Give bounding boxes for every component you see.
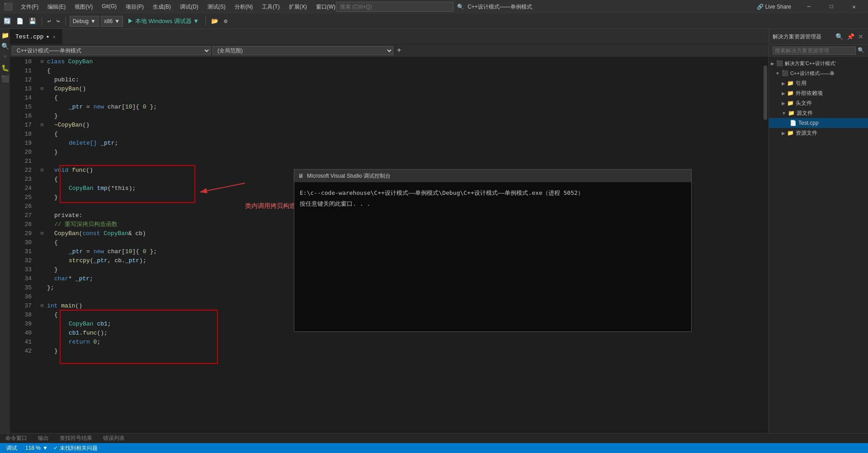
explorer-icon[interactable]: 📁 [0, 31, 9, 40]
console-window: 🖥 Microsoft Visual Studio 调试控制台 E:\c--co… [294, 169, 692, 332]
title-center: 🔍 C++设计模式——单例模式 [336, 2, 532, 12]
menu-analyze[interactable]: 分析(N) [230, 1, 258, 13]
code-line-16: } [41, 112, 762, 121]
new-file-button[interactable]: 📄 [14, 17, 25, 26]
code-line-15: _ptr = new char[10]{ 0 }; [41, 103, 762, 112]
nav-bar: C++设计模式——单例模式 (全局范围) + [10, 45, 769, 57]
scope-dropdown[interactable]: C++设计模式——单例模式 [12, 46, 211, 55]
menu-debug[interactable]: 调试(D) [175, 1, 203, 13]
tree-solution-root[interactable]: ▶ ⬛ 解决方案'C++设计模式' [769, 58, 868, 68]
expand-icon: ▶ [782, 81, 785, 86]
minimize-button[interactable]: ─ [798, 0, 819, 14]
tab-close-icon[interactable]: ✕ [52, 33, 57, 40]
expand-icon: ▶ [771, 61, 774, 66]
code-line-21 [41, 157, 762, 166]
check-icon: ✔ [53, 445, 58, 451]
debug-status[interactable]: 调试 [4, 444, 20, 452]
menu-test[interactable]: 测试(S) [203, 1, 230, 13]
console-line-1: E:\c--code-warehouse\C++设计模式——单例模式\Debug… [300, 188, 686, 198]
menu-extensions[interactable]: 扩展(X) [284, 1, 311, 13]
project-icon: ⬛ [782, 70, 788, 76]
fold-37[interactable]: ⊟ [41, 302, 47, 311]
code-line-13: ⊟ CopyBan() [41, 85, 762, 94]
git-icon[interactable]: ⑂ [0, 52, 9, 61]
extensions-icon[interactable]: ⬛ [0, 74, 9, 83]
save-all-button[interactable]: 💾 [27, 17, 38, 26]
tree-external-deps[interactable]: ▶ 📁 外部依赖项 [769, 88, 868, 98]
solution-search-icon: 🔍 [858, 47, 864, 54]
se-search-icon[interactable]: 🔍 [835, 32, 844, 41]
se-close-icon[interactable]: ✕ [857, 32, 864, 41]
cpp-file-icon: 📄 [790, 120, 797, 126]
references-label: 引用 [796, 80, 807, 87]
menu-bar: 文件(F) 编辑(E) 视图(V) Git(G) 项目(P) 生成(B) 调试(… [16, 1, 368, 13]
folder-icon: 📁 [787, 80, 794, 86]
nav-add-button[interactable]: + [395, 47, 403, 55]
open-folder-button[interactable]: 📂 [209, 17, 220, 26]
context-dropdown[interactable]: (全局范围) [212, 46, 393, 55]
fold-22[interactable]: ⊟ [41, 166, 47, 175]
menu-tools[interactable]: 工具(T) [257, 1, 284, 13]
fold-10[interactable]: ⊟ [41, 57, 47, 66]
redo-button[interactable]: ↪ [55, 17, 62, 26]
fold-29[interactable]: ⊟ [41, 229, 47, 238]
tab-test-cpp[interactable]: Test.cpp ● ✕ [10, 29, 62, 44]
arch-dropdown[interactable]: x86 ▼ [101, 16, 123, 27]
folder-icon: 📁 [787, 100, 794, 106]
tree-references[interactable]: ▶ 📁 引用 [769, 78, 868, 88]
solution-folder-icon: ⬛ [776, 60, 783, 66]
separator-2 [66, 17, 66, 26]
run-button[interactable]: ▶ 本地 Windows 调试器 ▼ [125, 16, 202, 26]
tree-project[interactable]: ▼ ⬛ C++设计模式——单 [769, 68, 868, 78]
tab-modified-dot: ● [46, 34, 49, 39]
menu-edit[interactable]: 编辑(E) [43, 1, 70, 13]
tab-error-list[interactable]: 错误列表 [101, 434, 127, 442]
bottom-tabs: 命令窗口 输出 查找符号结果 错误列表 [0, 433, 868, 443]
menu-build[interactable]: 生成(B) [148, 1, 175, 13]
fold-17[interactable]: ⊟ [41, 121, 47, 130]
maximize-button[interactable]: □ [821, 0, 842, 14]
expand-icon: ▶ [782, 91, 785, 96]
tab-output[interactable]: 输出 [36, 434, 51, 442]
undo-button[interactable]: ↩ [46, 17, 53, 26]
project-label: C++设计模式——单 [790, 70, 835, 77]
properties-button[interactable]: ⚙ [222, 17, 229, 26]
se-pin-icon[interactable]: 📌 [846, 32, 855, 41]
code-line-12: public: [41, 76, 762, 85]
vertical-scrollbar[interactable] [762, 57, 769, 433]
debug-activity-icon[interactable]: 🐛 [0, 63, 9, 72]
window-title: C++设计模式——单例模式 [467, 3, 532, 11]
vs-logo: ⬛ [4, 2, 13, 11]
tab-command-window[interactable]: 命令窗口 [4, 434, 29, 442]
tree-resource-files[interactable]: ▶ 📁 资源文件 [769, 128, 868, 138]
tree-source-files[interactable]: ▼ 📁 源文件 [769, 108, 868, 118]
close-button[interactable]: ✕ [844, 0, 864, 14]
menu-view[interactable]: 视图(V) [70, 1, 97, 13]
debug-config-dropdown[interactable]: Debug ▼ [70, 16, 99, 27]
solution-search-input[interactable] [773, 47, 856, 55]
expand-icon: ▶ [782, 131, 785, 136]
global-search-input[interactable] [336, 2, 453, 12]
code-line-18: { [41, 130, 762, 139]
console-title-bar: 🖥 Microsoft Visual Studio 调试控制台 [294, 170, 691, 182]
menu-git[interactable]: Git(G) [97, 1, 121, 13]
menu-file[interactable]: 文件(F) [16, 1, 43, 13]
fold-13[interactable]: ⊟ [41, 85, 47, 94]
scrollbar-thumb[interactable] [764, 66, 767, 120]
solution-explorer-panel: 解决方案资源管理器 🔍 📌 ✕ 🔍 ▶ ⬛ 解决方案'C++设计模式' ▼ ⬛ … [769, 29, 868, 433]
live-share-button[interactable]: 🔗 Live Share [757, 4, 791, 10]
tab-bar: Test.cpp ● ✕ [10, 29, 769, 45]
zoom-status[interactable]: 118 % ▼ [25, 445, 48, 451]
console-title: Microsoft Visual Studio 调试控制台 [307, 172, 391, 180]
tree-test-cpp[interactable]: 📄 Test.cpp [769, 118, 868, 128]
tab-find-symbol[interactable]: 查找符号结果 [58, 434, 94, 442]
search-activity-icon[interactable]: 🔍 [0, 42, 9, 51]
menu-project[interactable]: 项目(P) [121, 1, 148, 13]
problems-status[interactable]: ✔ 未找到相关问题 [53, 444, 98, 452]
folder-icon: 📁 [788, 110, 795, 116]
test-cpp-label: Test.cpp [798, 120, 819, 126]
expand-icon: ▼ [775, 71, 780, 76]
tree-header-files[interactable]: ▶ 📁 头文件 [769, 98, 868, 108]
back-button[interactable]: 🔄 [2, 17, 13, 26]
code-line-10: ⊟ class CopyBan [41, 57, 762, 66]
